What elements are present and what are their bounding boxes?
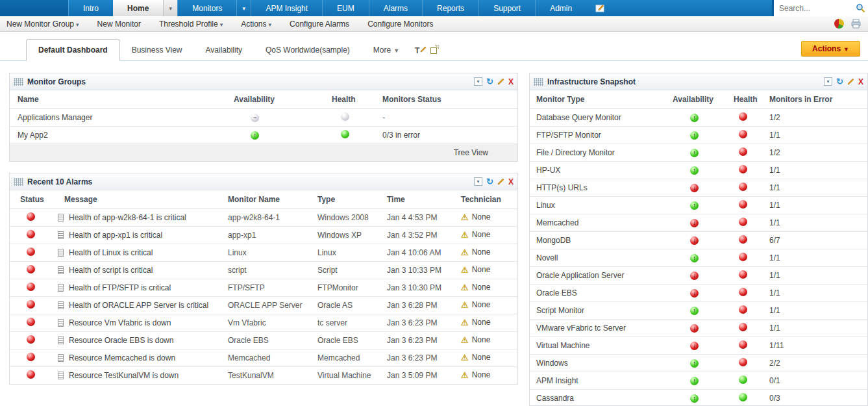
alarm-row[interactable]: Health of Linux is criticalLinuxLinuxJan… (10, 244, 517, 261)
document-icon[interactable] (58, 266, 64, 274)
technician-value[interactable]: None (472, 212, 491, 222)
alarm-monitor-name[interactable]: ORACLE APP Server (225, 296, 315, 314)
alarm-message-link[interactable]: Health of script is critical (69, 266, 153, 275)
nav-item-home[interactable]: Home (113, 0, 163, 16)
document-icon[interactable] (58, 319, 64, 327)
technician-value[interactable]: None (472, 300, 491, 309)
collapse-icon[interactable]: ▾ (474, 77, 482, 86)
monitor-group-row[interactable]: Applications Manager–- (10, 108, 517, 126)
tree-view-link[interactable]: Tree View (454, 148, 488, 157)
monitor-type-name[interactable]: Windows (530, 354, 666, 372)
alarm-message-link[interactable]: Resource Oracle EBS is down (69, 336, 173, 345)
toolbar-item-configure-monitors[interactable]: Configure Monitors (367, 19, 433, 29)
technician-value[interactable]: None (472, 370, 491, 379)
search-input[interactable] (779, 4, 856, 13)
technician-value[interactable]: None (472, 247, 491, 257)
tab-availability[interactable]: Availability (194, 40, 254, 60)
alarm-row[interactable]: Resource TestKunalVM is downTestKunalVMV… (10, 366, 517, 384)
pie-chart-icon[interactable] (834, 19, 844, 29)
refresh-icon[interactable]: ↻ (486, 77, 493, 86)
infrastructure-row[interactable]: Linux↑1/1 (530, 196, 867, 214)
monitor-type-name[interactable]: Oracle Application Server (530, 266, 666, 284)
nav-item-intro[interactable]: Intro (68, 0, 113, 16)
infrastructure-row[interactable]: Script Monitor↑1/1 (530, 301, 867, 319)
close-icon[interactable]: X (508, 177, 514, 186)
monitor-type-name[interactable]: MongoDB (530, 231, 666, 249)
monitors-in-error-cell[interactable]: 0/1 (767, 372, 867, 389)
alarm-message-link[interactable]: Health of app-xp1 is critical (69, 231, 162, 240)
monitor-group-row[interactable]: My App2↑0/3 in error (10, 126, 517, 144)
infrastructure-row[interactable]: Windows↑2/2 (530, 354, 867, 372)
monitors-in-error-cell[interactable]: 0/3 (767, 389, 867, 406)
infrastructure-row[interactable]: File / Directory Monitor↑1/2 (530, 144, 867, 161)
nav-item-eum[interactable]: EUM (322, 0, 369, 16)
alarm-monitor-name[interactable]: Memcached (225, 349, 315, 366)
toolbar-item-configure-alarms[interactable]: Configure Alarms (290, 19, 349, 29)
monitors-in-error-cell[interactable]: 1/2 (767, 144, 867, 161)
technician-value[interactable]: None (472, 265, 491, 274)
monitor-type-name[interactable]: FTP/SFTP Monitor (530, 126, 666, 144)
alarm-row[interactable]: Resource Vm Vfabric is downVm Vfabrictc … (10, 314, 517, 331)
infrastructure-row[interactable]: Database Query Monitor↑1/2 (530, 108, 867, 126)
close-icon[interactable]: X (858, 77, 863, 86)
alarm-message-link[interactable]: Resource Memcached is down (69, 353, 175, 362)
alarm-monitor-name[interactable]: Linux (225, 244, 315, 261)
toolbar-item-threshold-profile[interactable]: Threshold Profile▾ (159, 19, 223, 29)
monitors-in-error-cell[interactable]: 1/1 (767, 249, 867, 266)
alarm-row[interactable]: Health of script is criticalscriptScript… (10, 261, 517, 279)
document-icon[interactable] (58, 231, 64, 239)
toolbar-item-new-monitor-group[interactable]: New Monitor Group▾ (6, 19, 79, 29)
infrastructure-row[interactable]: Oracle EBS↓1/1 (530, 284, 867, 301)
monitor-type-name[interactable]: Database Query Monitor (530, 108, 666, 126)
tab-default-dashboard[interactable]: Default Dashboard (26, 39, 120, 61)
alarm-monitor-name[interactable]: TestKunalVM (225, 366, 315, 384)
technician-value[interactable]: None (472, 335, 491, 344)
nav-item-admin[interactable]: Admin (535, 0, 586, 16)
alarm-monitor-name[interactable]: app-w2k8-64-1 (225, 209, 315, 226)
toolbar-item-actions[interactable]: Actions▾ (241, 19, 271, 29)
alarm-monitor-name[interactable]: Vm Vfabric (225, 314, 315, 331)
drag-handle-icon[interactable] (14, 178, 23, 186)
alarm-message-link[interactable]: Health of Linux is critical (69, 248, 153, 257)
document-icon[interactable] (58, 249, 64, 257)
monitor-group-name[interactable]: My App2 (10, 126, 225, 144)
nav-item-reports[interactable]: Reports (422, 0, 478, 16)
monitors-in-error-cell[interactable]: 6/7 (767, 231, 867, 249)
alarm-row[interactable]: Resource Oracle EBS is downOracle EBSOra… (10, 331, 517, 349)
drag-handle-icon[interactable] (534, 78, 543, 86)
monitors-in-error-cell[interactable]: 1/1 (767, 301, 867, 319)
monitors-in-error-cell[interactable]: 1/1 (767, 319, 867, 336)
alarm-row[interactable]: Health of ORACLE APP Server is criticalO… (10, 296, 517, 314)
technician-value[interactable]: None (472, 353, 491, 362)
alarm-monitor-name[interactable]: app-xp1 (225, 226, 315, 244)
alarm-monitor-name[interactable]: Oracle EBS (225, 331, 315, 349)
technician-value[interactable]: None (472, 230, 491, 239)
infrastructure-row[interactable]: Memcached↓1/1 (530, 214, 867, 231)
actions-button[interactable]: Actions▼ (801, 41, 860, 57)
monitors-in-error-cell[interactable]: 1/1 (767, 161, 867, 179)
edit-icon[interactable] (497, 178, 504, 185)
technician-value[interactable]: None (472, 318, 491, 327)
alarm-message-link[interactable]: Resource TestKunalVM is down (69, 371, 179, 380)
monitors-in-error-cell[interactable]: 1/11 (767, 336, 867, 354)
popout-dashboard-icon[interactable] (430, 47, 437, 54)
nav-item-alarms[interactable]: Alarms (369, 0, 422, 16)
monitor-type-name[interactable]: HP-UX (530, 161, 666, 179)
monitor-type-name[interactable]: Cassandra (530, 389, 666, 406)
edit-icon[interactable] (497, 78, 504, 85)
nav-item-apm-insight[interactable]: APM Insight (251, 0, 322, 16)
infrastructure-row[interactable]: APM Insight↑0/1 (530, 372, 867, 389)
alarm-message-link[interactable]: Health of FTP/SFTP is critical (69, 283, 171, 292)
infrastructure-row[interactable]: Virtual Machine↓1/11 (530, 336, 867, 354)
monitors-in-error-cell[interactable]: 1/1 (767, 214, 867, 231)
infrastructure-row[interactable]: MongoDB↓6/7 (530, 231, 867, 249)
monitors-in-error-cell[interactable]: 2/2 (767, 354, 867, 372)
nav-dropdown-monitors[interactable]: ▾ (236, 0, 251, 16)
alarm-row[interactable]: Health of app-xp1 is criticalapp-xp1Wind… (10, 226, 517, 244)
monitor-type-name[interactable]: APM Insight (530, 372, 666, 389)
alarm-message-link[interactable]: Health of app-w2k8-64-1 is critical (69, 213, 186, 222)
monitor-type-name[interactable]: Virtual Machine (530, 336, 666, 354)
monitor-type-name[interactable]: Memcached (530, 214, 666, 231)
toolbar-item-new-monitor[interactable]: New Monitor (97, 19, 141, 29)
edit-icon[interactable] (847, 78, 854, 85)
